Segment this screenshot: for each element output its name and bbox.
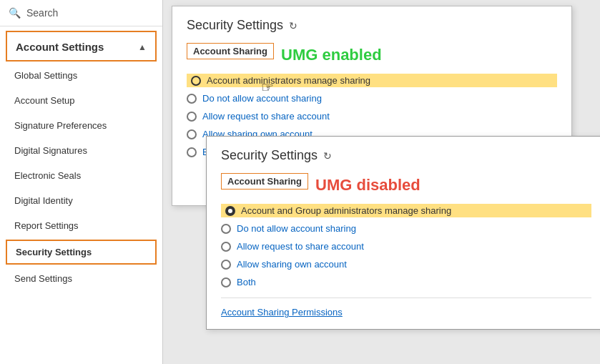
card2-radio-label-2: Allow request to share account — [237, 241, 364, 252]
card2-radio-circle-0[interactable] — [225, 206, 235, 216]
card1-refresh-icon[interactable]: ↻ — [289, 20, 297, 31]
sidebar-item-global-settings[interactable]: Global Settings — [0, 63, 162, 88]
card1-radio-label-1: Do not allow account sharing — [202, 93, 322, 104]
sidebar-nav: Global Settings Account Setup Signature … — [0, 63, 162, 364]
card1-radio-label-0: Account administrators manage sharing — [207, 75, 370, 86]
search-bar[interactable]: 🔍 Search — [0, 0, 162, 26]
card1-radio-circle-3[interactable] — [187, 129, 197, 139]
card1-radio-label-2: Allow request to share account — [202, 111, 330, 122]
card-umg-disabled: Security Settings ↻ Account Sharing UMG … — [206, 136, 600, 330]
search-label: Search — [26, 7, 58, 19]
sidebar-item-signature-preferences[interactable]: Signature Preferences — [0, 113, 162, 138]
card2-radio-circle-4[interactable] — [221, 277, 231, 287]
card2-refresh-icon[interactable]: ↻ — [323, 150, 332, 162]
sidebar-item-digital-identity[interactable]: Digital Identity — [0, 188, 162, 213]
account-settings-header[interactable]: Account Settings ▲ — [6, 31, 157, 62]
sidebar: 🔍 Search Account Settings ▲ Global Setti… — [0, 0, 163, 364]
card1-radio-circle-1[interactable] — [187, 94, 197, 104]
card2-section-label: Account Sharing — [221, 173, 308, 190]
card1-title: Security Settings — [187, 18, 283, 33]
sidebar-item-digital-signatures[interactable]: Digital Signatures — [0, 138, 162, 163]
card2-radio-group: Account and Group administrators manage … — [221, 204, 591, 289]
card1-section-header: Account Sharing UMG enabled — [187, 43, 557, 67]
main-content: Security Settings ↻ Account Sharing UMG … — [163, 0, 600, 364]
card2-radio-label-1: Do not allow account sharing — [237, 223, 356, 234]
card1-radio-circle-2[interactable] — [187, 112, 197, 122]
card2-umg-badge: UMG disabled — [315, 176, 421, 195]
card2-radio-label-4: Both — [237, 277, 256, 287]
card1-section-label: Account Sharing — [187, 43, 274, 59]
card2-title-row: Security Settings ↻ — [221, 148, 591, 163]
card2-radio-label-0: Account and Group administrators manage … — [241, 205, 451, 216]
sidebar-item-account-setup[interactable]: Account Setup — [0, 88, 162, 113]
card2-radio-item-1[interactable]: Do not allow account sharing — [221, 222, 591, 235]
card2-radio-circle-1[interactable] — [221, 224, 231, 234]
sidebar-item-electronic-seals[interactable]: Electronic Seals — [0, 163, 162, 188]
chevron-up-icon: ▲ — [138, 42, 147, 52]
card1-radio-item-2[interactable]: Allow request to share account — [187, 109, 557, 123]
card2-radio-circle-3[interactable] — [221, 260, 231, 270]
card1-radio-item-1[interactable]: Do not allow account sharing — [187, 92, 557, 105]
card1-radio-item-0[interactable]: Account administrators manage sharing — [187, 74, 557, 87]
card2-radio-label-3: Allow sharing own account — [237, 259, 347, 270]
card1-radio-circle-4[interactable] — [187, 147, 197, 157]
card1-title-row: Security Settings ↻ — [187, 18, 557, 33]
card2-section-header: Account Sharing UMG disabled — [221, 173, 591, 197]
card1-umg-badge: UMG enabled — [281, 46, 382, 64]
card2-radio-item-0[interactable]: Account and Group administrators manage … — [221, 204, 591, 217]
card1-radio-circle-0[interactable] — [191, 76, 201, 86]
search-icon: 🔍 — [9, 7, 21, 19]
sidebar-item-report-settings[interactable]: Report Settings — [0, 213, 162, 238]
account-settings-label: Account Settings — [16, 41, 104, 53]
card2-radio-item-2[interactable]: Allow request to share account — [221, 240, 591, 253]
card2-radio-item-3[interactable]: Allow sharing own account — [221, 257, 591, 271]
card2-radio-item-4[interactable]: Both — [221, 275, 591, 289]
account-sharing-permissions-link[interactable]: Account Sharing Permissions — [221, 307, 591, 318]
sidebar-item-security-settings[interactable]: Security Settings — [6, 240, 157, 265]
card2-title: Security Settings — [221, 148, 318, 163]
card2-radio-circle-2[interactable] — [221, 242, 231, 252]
card2-divider — [221, 297, 591, 298]
sidebar-item-send-settings[interactable]: Send Settings — [0, 266, 162, 291]
